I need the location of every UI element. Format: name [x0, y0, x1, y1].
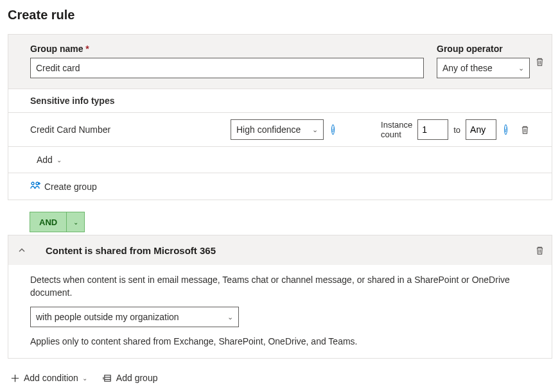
plus-icon	[10, 373, 20, 383]
page-title: Create rule	[8, 8, 552, 22]
info-icon[interactable]: i	[331, 124, 335, 135]
chevron-down-icon: ⌄	[66, 212, 84, 232]
logic-operator-value: AND	[30, 217, 66, 227]
delete-group-button[interactable]	[532, 55, 547, 69]
svg-point-0	[31, 182, 34, 185]
delete-sit-button[interactable]	[520, 123, 530, 137]
confidence-value: High confidence	[236, 124, 301, 135]
group-operator-label: Group operator	[437, 44, 530, 54]
confidence-select[interactable]: High confidence ⌄	[231, 119, 324, 140]
content-shared-panel: Content is shared from Microsoft 365 Det…	[8, 235, 552, 359]
share-scope-value: with people outside my organization	[36, 312, 179, 322]
chevron-down-icon: ⌄	[227, 313, 233, 321]
trash-icon	[520, 125, 530, 135]
content-shared-title: Content is shared from Microsoft 365	[46, 245, 216, 256]
chevron-down-icon: ⌄	[57, 157, 62, 164]
content-shared-header: Content is shared from Microsoft 365	[8, 235, 552, 265]
create-group-button[interactable]: Create group	[30, 181, 97, 192]
group-header: Group name * Group operator Any of these…	[8, 35, 552, 89]
group-panel: Group name * Group operator Any of these…	[8, 34, 552, 200]
add-group-label: Add group	[116, 373, 158, 383]
content-shared-note: Applies only to content shared from Exch…	[30, 336, 530, 346]
svg-rect-4	[105, 375, 110, 381]
group-operator-select[interactable]: Any of these ⌄	[437, 58, 530, 78]
instance-to-label: to	[453, 125, 460, 135]
trash-icon	[535, 246, 545, 255]
create-group-label: Create group	[44, 182, 97, 192]
group-icon	[30, 181, 40, 192]
add-sit-label: Add	[37, 155, 53, 165]
sit-name: Credit Card Number	[30, 124, 223, 135]
delete-condition-button[interactable]	[532, 243, 547, 257]
content-shared-description: Detects when content is sent in email me…	[30, 274, 530, 299]
add-group-icon	[103, 373, 112, 383]
collapse-button[interactable]	[16, 244, 28, 256]
footer-actions: Add condition ⌄ Add group	[8, 368, 552, 388]
trash-icon	[535, 57, 545, 67]
group-name-input[interactable]	[30, 58, 424, 78]
logic-operator-row: AND ⌄	[8, 209, 552, 235]
share-scope-select[interactable]: with people outside my organization ⌄	[30, 307, 239, 327]
required-marker: *	[85, 44, 89, 54]
chevron-down-icon: ⌄	[518, 64, 524, 72]
info-icon[interactable]: i	[504, 124, 507, 135]
instance-from-input[interactable]	[417, 119, 448, 140]
group-operator-value: Any of these	[442, 63, 493, 73]
group-operator-field: Group operator Any of these ⌄	[437, 44, 530, 78]
instance-count-label: Instance count	[381, 120, 412, 139]
add-condition-button[interactable]: Add condition ⌄	[10, 373, 87, 383]
add-condition-label: Add condition	[24, 373, 78, 383]
chevron-down-icon: ⌄	[312, 126, 318, 134]
add-group-button[interactable]: Add group	[103, 373, 158, 383]
logic-operator-select[interactable]: AND ⌄	[30, 212, 85, 232]
create-group-row: Create group	[8, 173, 552, 200]
chevron-down-icon: ⌄	[82, 375, 87, 382]
chevron-up-icon	[18, 246, 26, 254]
sit-header: Sensitive info types	[8, 89, 552, 113]
group-name-label: Group name *	[30, 44, 424, 54]
group-name-field: Group name *	[30, 44, 424, 78]
add-sit-button[interactable]: Add ⌄	[37, 155, 62, 165]
content-shared-body: Detects when content is sent in email me…	[8, 265, 552, 358]
instance-count-block: Instance count to	[381, 119, 496, 140]
sit-row: Credit Card Number High confidence ⌄ i I…	[8, 113, 552, 147]
add-sit-row: Add ⌄	[8, 147, 552, 173]
instance-to-input[interactable]	[466, 119, 496, 140]
